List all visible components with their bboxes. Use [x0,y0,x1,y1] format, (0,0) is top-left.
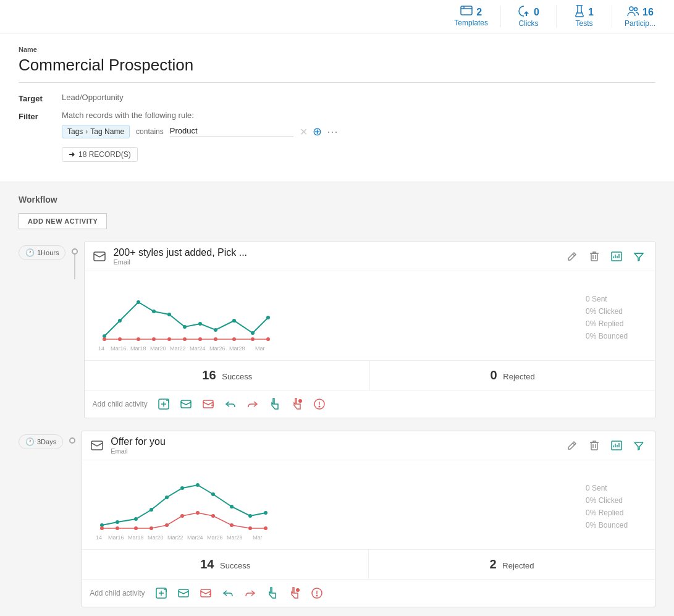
filter-button-1[interactable] [630,248,647,265]
activity-row-1: 🕐 1Hours 200+ styles just added, Pi [19,242,655,418]
time-value-2: 3Days [37,438,56,445]
nav-clicks[interactable]: 0 Clicks [501,5,557,28]
chart-button-1[interactable] [608,248,625,265]
clock-icon-2: 🕐 [25,437,35,446]
warning-btn-1[interactable] [311,395,328,413]
activity-timeline: 🕐 1Hours 200+ styles just added, Pi [19,242,655,607]
filter-label: Filter [19,111,49,121]
card-metrics-1: 16 Success 0 Rejected [85,361,655,390]
svg-text:14: 14 [96,534,102,541]
replied-stat-1: 0% Replied [586,319,647,328]
send-btn-1[interactable] [177,395,195,413]
reply-btn-1[interactable] [222,395,239,413]
edit-button-2[interactable] [563,437,581,454]
card-header-1: 200+ styles just added, Pick ... Email [85,242,655,271]
records-count-label: 18 RECORD(S) [78,150,131,159]
svg-point-59 [165,496,169,499]
tests-count: 1 [588,7,594,18]
svg-text:Mar26: Mar26 [209,345,225,352]
rejected-num-1: 0 [491,368,497,382]
warning-btn-2[interactable] [308,584,326,602]
svg-point-18 [152,310,156,313]
svg-point-21 [198,322,202,326]
svg-text:Mar22: Mar22 [167,534,183,541]
delete-button-1[interactable] [586,248,603,265]
name-label: Name [19,46,655,53]
tests-icon [575,5,584,19]
bounced-stat-2: 0% Bounced [586,521,647,530]
svg-point-63 [230,505,234,508]
send-bounce-btn-2[interactable] [197,584,214,602]
delete-button-2[interactable] [586,437,603,454]
card-chart-area-1: 14 Mar16 Mar18 Mar20 Mar22 Mar24 Mar26 M… [85,271,655,361]
records-button[interactable]: ➜ 18 RECORD(S) [62,147,138,162]
filter-description: Match records with the following rule: [62,111,338,120]
filter-more-btn[interactable]: ⋯ [327,125,338,138]
click-btn-1[interactable] [266,395,284,413]
send-bounce-btn-1[interactable] [200,395,217,413]
svg-point-29 [152,337,156,341]
filter-tag-name-label: Tag Name [90,127,124,136]
svg-point-76 [264,526,267,530]
reply-btn-2[interactable] [219,584,237,602]
filter-contains-label: contains [136,127,164,136]
svg-point-36 [266,337,270,341]
clicks-icon [518,5,530,19]
card-actions-1 [563,248,647,265]
add-activity-button[interactable]: ADD NEW ACTIVITY [19,213,107,229]
participants-label: Particip... [625,19,655,28]
svg-text:Mar20: Mar20 [150,345,166,352]
svg-point-28 [137,337,140,341]
svg-point-22 [214,328,217,332]
filter-button-2[interactable] [630,437,647,454]
email-type-icon-2 [90,438,104,453]
redirect-btn-2[interactable] [242,584,259,602]
rejected-num-2: 2 [490,557,497,571]
click-btn-2[interactable] [264,584,281,602]
svg-point-57 [134,517,138,521]
filter-value-display[interactable]: Product [170,126,293,137]
card-title-2: Offer for you [111,436,557,447]
chart-1: 14 Mar16 Mar18 Mar20 Mar22 Mar24 Mar26 M… [92,277,573,358]
filter-rule: Tags › Tag Name contains Product ✕ ⊕ ⋯ [62,125,338,138]
svg-text:Mar26: Mar26 [207,534,223,541]
redirect-btn-1[interactable] [244,395,261,413]
success-label-2: Success [220,561,250,570]
svg-text:Mar18: Mar18 [128,534,144,541]
svg-point-35 [251,337,255,341]
svg-text:Mar18: Mar18 [130,345,146,352]
activity-card-1: 200+ styles just added, Pick ... Email [84,242,655,418]
tests-label: Tests [575,19,592,28]
rejected-label-2: Rejected [502,561,534,570]
page-title: Commercial Prospection [19,56,655,83]
filter-remove-btn[interactable]: ✕ [300,126,308,138]
svg-point-75 [248,526,252,530]
time-value-1: 1Hours [37,249,59,256]
top-navigation: 2 Templates 0 Clicks 1 [0,0,674,33]
nav-tests[interactable]: 1 Tests [557,5,612,28]
activity-card-2: Offer for you Email [82,431,655,607]
chart-button-2[interactable] [608,437,625,454]
svg-point-71 [180,514,184,518]
svg-point-26 [103,337,106,341]
send-btn-2[interactable] [175,584,192,602]
add-child-btn-2[interactable] [153,584,170,602]
svg-point-60 [180,486,184,490]
svg-point-70 [165,523,169,527]
timeline-dot-2 [69,437,75,444]
filter-tag-tags[interactable]: Tags › Tag Name [62,125,130,138]
nav-participants[interactable]: 16 Particip... [612,5,668,28]
nav-templates[interactable]: 2 Templates [442,6,501,27]
card-footer-2: Add child activity [82,580,655,607]
clock-icon-1: 🕐 [25,248,35,257]
workflow-section: Workflow ADD NEW ACTIVITY 🕐 1Hours [0,182,674,616]
click-red-btn-1[interactable] [289,395,306,413]
svg-point-32 [198,337,202,341]
filter-add-btn[interactable]: ⊕ [313,125,322,138]
edit-button-1[interactable] [563,248,581,265]
click-red-btn-2[interactable] [286,584,303,602]
rejected-metric-2: 2 Rejected [369,550,655,579]
add-child-btn-1[interactable] [155,395,172,413]
card-title-area-2: Offer for you Email [111,436,557,455]
sent-stat-1: 0 Sent [586,295,647,303]
